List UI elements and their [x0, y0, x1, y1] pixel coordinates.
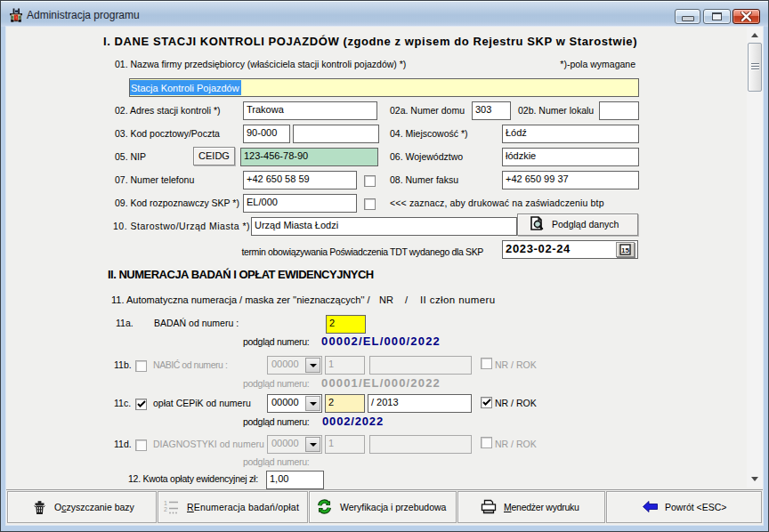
svg-text:1: 1	[164, 500, 167, 506]
svg-text:2: 2	[164, 506, 167, 512]
svg-text:15: 15	[621, 246, 629, 254]
